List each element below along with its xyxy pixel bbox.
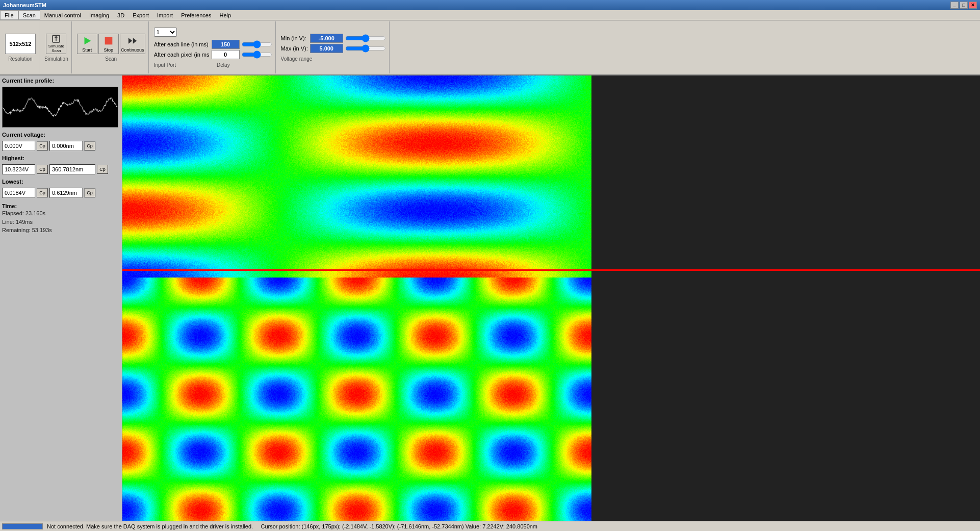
after-line-input[interactable] xyxy=(212,40,240,49)
continuous-label: Continuous xyxy=(121,47,144,53)
lowest-row: 0.0184V Cp 0.6129nm Cp xyxy=(2,188,120,198)
remaining-time: Remaining: 53.193s xyxy=(2,226,120,235)
input-port-label: Input Port xyxy=(154,62,176,68)
continuous-button[interactable]: Continuous xyxy=(120,34,145,54)
toolbar: 512x512 Resolution SimulateScan Simulati… xyxy=(0,20,980,75)
minimize-button[interactable]: _ xyxy=(950,2,959,9)
app-title: JohanneumSTM xyxy=(3,2,46,8)
voltage-range-label: Voltage range xyxy=(281,56,313,62)
menu-import[interactable]: Import xyxy=(153,10,177,20)
delay-label: Delay xyxy=(217,62,230,68)
voltage-params: Min (in V): Max (in V): xyxy=(281,34,386,53)
current-voltage-nm: 0.000nm xyxy=(49,141,83,151)
status-progress-bar xyxy=(2,523,43,529)
left-panel: Current line profile: Current voltage: 0… xyxy=(0,75,122,521)
port-select[interactable]: 1 2 3 xyxy=(154,28,177,37)
copy-highest-v[interactable]: Cp xyxy=(37,165,48,174)
delay-section: 1 2 3 After each line (in ms) After each… xyxy=(151,21,276,73)
stop-button[interactable]: Stop xyxy=(98,34,119,54)
menu-3d[interactable]: 3D xyxy=(113,10,128,20)
lowest-label: Lowest: xyxy=(2,179,120,185)
voltage-section: Min (in V): Max (in V): Voltage range xyxy=(278,21,390,73)
resolution-section: 512x512 Resolution xyxy=(2,21,39,73)
copy-voltage-v[interactable]: Cp xyxy=(37,141,48,150)
resolution-display: 512x512 xyxy=(5,34,36,54)
line-profile-canvas xyxy=(2,87,118,128)
scan-canvas xyxy=(122,75,591,521)
highest-label: Highest: xyxy=(2,155,120,161)
highest-row: 10.8234V Cp 360.7812nm Cp xyxy=(2,164,120,174)
close-button[interactable]: ✕ xyxy=(969,2,977,9)
main-content: Current line profile: Current voltage: 0… xyxy=(0,75,980,521)
highest-nm: 360.7812nm xyxy=(49,164,95,174)
max-voltage-slider[interactable] xyxy=(345,44,386,53)
scan-area[interactable] xyxy=(122,75,980,521)
lowest-nm: 0.6129nm xyxy=(49,188,83,198)
menu-imaging[interactable]: Imaging xyxy=(85,10,113,20)
after-pixel-label: After each pixel (in ms xyxy=(154,52,210,58)
menu-preferences[interactable]: Preferences xyxy=(177,10,215,20)
menubar: File Scan Manual control Imaging 3D Expo… xyxy=(0,10,980,20)
simulation-section: SimulateScan Simulation xyxy=(41,21,72,73)
simulation-label: Simulation xyxy=(44,56,68,62)
copy-voltage-nm[interactable]: Cp xyxy=(84,141,95,150)
after-pixel-slider[interactable] xyxy=(242,50,272,59)
menu-file[interactable]: File xyxy=(0,10,18,20)
copy-lowest-v[interactable]: Cp xyxy=(37,188,48,197)
copy-highest-nm[interactable]: Cp xyxy=(97,165,108,174)
after-line-label: After each line (in ms) xyxy=(154,41,210,47)
resolution-label: Resolution xyxy=(8,56,32,62)
current-voltage-label: Current voltage: xyxy=(2,132,120,138)
svg-rect-3 xyxy=(105,37,112,44)
copy-lowest-nm[interactable]: Cp xyxy=(84,188,95,197)
scan-line-indicator xyxy=(122,269,980,271)
stop-label: Stop xyxy=(104,47,113,53)
simulate-label: SimulateScan xyxy=(48,44,64,54)
line-profile-label: Current line profile: xyxy=(2,78,120,84)
maximize-button[interactable]: □ xyxy=(960,2,968,9)
line-time: Line: 149ms xyxy=(2,218,120,226)
current-voltage-row1: 0.000V Cp 0.000nm Cp xyxy=(2,141,120,151)
max-voltage-label: Max (in V): xyxy=(281,45,308,52)
menu-help[interactable]: Help xyxy=(215,10,235,20)
time-label: Time: xyxy=(2,203,120,209)
start-label: Start xyxy=(82,47,92,53)
start-button[interactable]: Start xyxy=(77,34,97,54)
after-line-slider[interactable] xyxy=(242,40,272,48)
scan-label: Scan xyxy=(105,56,117,62)
titlebar-controls: _ □ ✕ xyxy=(950,2,977,9)
scan-buttons: Start Stop Continuous xyxy=(77,34,145,54)
menu-export[interactable]: Export xyxy=(128,10,153,20)
elapsed-time: Elapsed: 23.160s xyxy=(2,209,120,218)
svg-marker-5 xyxy=(133,38,136,44)
min-voltage-input[interactable] xyxy=(310,34,343,43)
max-voltage-input[interactable] xyxy=(310,44,343,53)
simulate-scan-button[interactable]: SimulateScan xyxy=(46,34,66,54)
after-pixel-input[interactable] xyxy=(212,50,240,59)
min-voltage-label: Min (in V): xyxy=(281,35,308,41)
status-text: Not connected. Make sure the DAQ system … xyxy=(47,523,978,529)
menu-scan[interactable]: Scan xyxy=(18,10,40,20)
highest-v: 10.8234V xyxy=(2,164,35,174)
scan-controls-section: Start Stop Continuous Scan xyxy=(74,21,149,73)
lowest-v: 0.0184V xyxy=(2,188,35,198)
current-voltage-v: 0.000V xyxy=(2,141,35,151)
delay-params: After each line (in ms) After each pixel… xyxy=(154,40,272,59)
svg-marker-4 xyxy=(128,38,132,44)
titlebar: JohanneumSTM _ □ ✕ xyxy=(0,0,980,10)
statusbar: Not connected. Make sure the DAQ system … xyxy=(0,521,980,531)
svg-marker-2 xyxy=(84,37,91,44)
min-voltage-slider[interactable] xyxy=(345,34,386,42)
menu-manual-control[interactable]: Manual control xyxy=(40,10,85,20)
time-section: Time: Elapsed: 23.160s Line: 149ms Remai… xyxy=(2,203,120,235)
